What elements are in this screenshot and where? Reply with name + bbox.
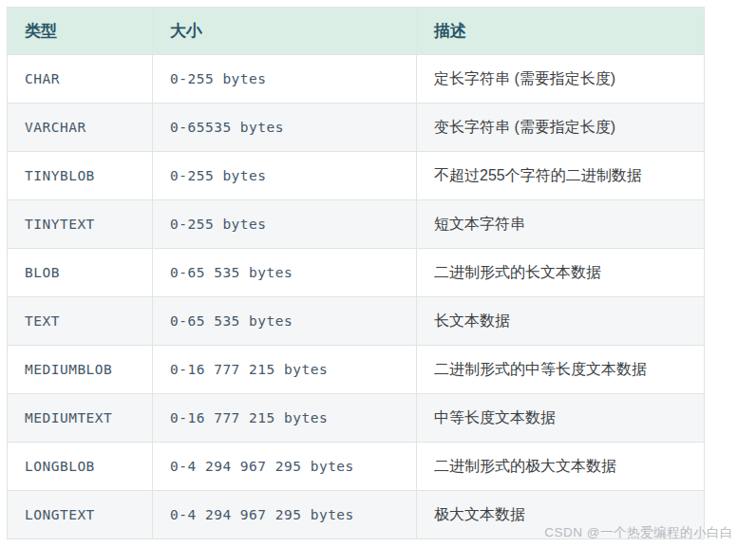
mysql-types-table: 类型 大小 描述 CHAR0-255 bytes定长字符串 (需要指定长度)VA…: [7, 7, 705, 539]
size-cell: 0-65535 bytes: [153, 104, 417, 152]
table-row: MEDIUMBLOB0-16 777 215 bytes二进制形式的中等长度文本…: [8, 346, 705, 394]
desc-cell: 定长字符串 (需要指定长度): [417, 55, 705, 104]
size-cell: 0-65 535 bytes: [153, 249, 417, 297]
column-header-size: 大小: [153, 8, 417, 55]
table-body: CHAR0-255 bytes定长字符串 (需要指定长度)VARCHAR0-65…: [8, 55, 705, 539]
type-cell: TEXT: [8, 297, 153, 346]
type-cell: MEDIUMTEXT: [8, 394, 153, 443]
table-row: VARCHAR0-65535 bytes变长字符串 (需要指定长度): [8, 104, 705, 152]
column-header-desc: 描述: [417, 8, 705, 55]
table-row: MEDIUMTEXT0-16 777 215 bytes中等长度文本数据: [8, 394, 705, 443]
type-cell: BLOB: [8, 249, 153, 297]
size-cell: 0-16 777 215 bytes: [153, 346, 417, 394]
content-area: 类型 大小 描述 CHAR0-255 bytes定长字符串 (需要指定长度)VA…: [7, 7, 705, 539]
desc-cell: 不超过255个字符的二进制数据: [417, 152, 705, 200]
type-cell: LONGBLOB: [8, 443, 153, 491]
table-row: TEXT0-65 535 bytes长文本数据: [8, 297, 705, 346]
size-cell: 0-255 bytes: [153, 55, 417, 104]
size-cell: 0-255 bytes: [153, 200, 417, 249]
table-row: TINYTEXT0-255 bytes短文本字符串: [8, 200, 705, 249]
type-cell: TINYTEXT: [8, 200, 153, 249]
type-cell: CHAR: [8, 55, 153, 104]
column-header-type: 类型: [8, 8, 153, 55]
table-row: CHAR0-255 bytes定长字符串 (需要指定长度): [8, 55, 705, 104]
type-cell: TINYBLOB: [8, 152, 153, 200]
table-row: TINYBLOB0-255 bytes不超过255个字符的二进制数据: [8, 152, 705, 200]
desc-cell: 中等长度文本数据: [417, 394, 705, 443]
size-cell: 0-4 294 967 295 bytes: [153, 443, 417, 491]
table-row: LONGTEXT0-4 294 967 295 bytes极大文本数据: [8, 491, 705, 539]
desc-cell: 长文本数据: [417, 297, 705, 346]
type-cell: MEDIUMBLOB: [8, 346, 153, 394]
desc-cell: 短文本字符串: [417, 200, 705, 249]
desc-cell: 二进制形式的长文本数据: [417, 249, 705, 297]
size-cell: 0-255 bytes: [153, 152, 417, 200]
desc-cell: 变长字符串 (需要指定长度): [417, 104, 705, 152]
desc-cell: 极大文本数据: [417, 491, 705, 539]
size-cell: 0-16 777 215 bytes: [153, 394, 417, 443]
table-row: BLOB0-65 535 bytes二进制形式的长文本数据: [8, 249, 705, 297]
table-header-row: 类型 大小 描述: [8, 8, 705, 55]
size-cell: 0-65 535 bytes: [153, 297, 417, 346]
desc-cell: 二进制形式的极大文本数据: [417, 443, 705, 491]
desc-cell: 二进制形式的中等长度文本数据: [417, 346, 705, 394]
type-cell: LONGTEXT: [8, 491, 153, 539]
type-cell: VARCHAR: [8, 104, 153, 152]
table-row: LONGBLOB0-4 294 967 295 bytes二进制形式的极大文本数…: [8, 443, 705, 491]
size-cell: 0-4 294 967 295 bytes: [153, 491, 417, 539]
